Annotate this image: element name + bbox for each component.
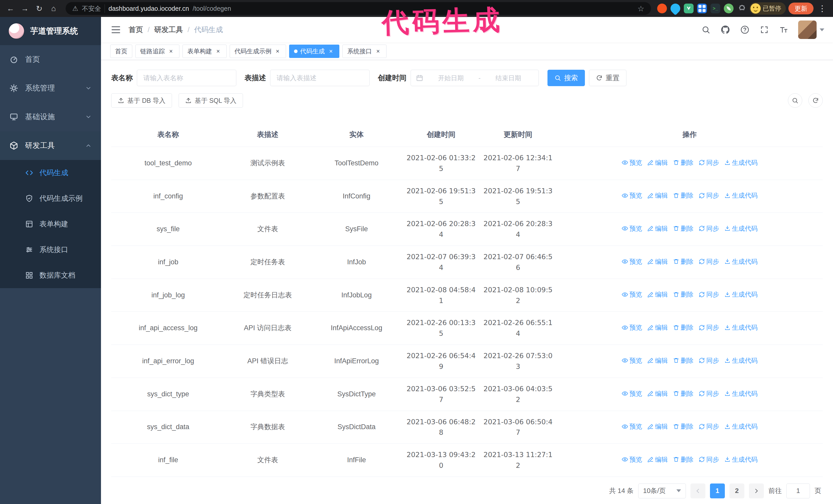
page-size-select[interactable]: 10条/页: [638, 483, 686, 498]
page-button-2[interactable]: 2: [730, 483, 744, 498]
font-size-icon[interactable]: [779, 25, 789, 35]
sync-link[interactable]: 同步: [699, 322, 719, 333]
preview-link[interactable]: 预览: [622, 389, 642, 399]
import-sql-button[interactable]: 基于 SQL 导入: [178, 93, 243, 108]
date-range-picker[interactable]: 开始日期 - 结束日期: [411, 70, 539, 86]
sync-link[interactable]: 同步: [699, 356, 719, 365]
delete-link[interactable]: 删除: [673, 158, 694, 168]
preview-link[interactable]: 预览: [622, 223, 642, 234]
search-button[interactable]: 搜索: [547, 70, 585, 86]
close-icon[interactable]: ×: [274, 48, 281, 55]
delete-link[interactable]: 删除: [673, 455, 694, 464]
browser-menu-icon[interactable]: ⋮: [816, 4, 828, 13]
edit-link[interactable]: 编辑: [647, 289, 668, 299]
page-button-1[interactable]: 1: [710, 483, 725, 498]
delete-link[interactable]: 删除: [673, 422, 694, 431]
close-icon[interactable]: ×: [327, 48, 334, 55]
prev-page-button[interactable]: [690, 483, 705, 498]
search-icon[interactable]: [701, 25, 711, 35]
preview-link[interactable]: 预览: [622, 257, 642, 267]
preview-link[interactable]: 预览: [622, 190, 642, 200]
sidebar-item-codegen-example[interactable]: 代码生成示例: [0, 186, 101, 211]
generate-code-link[interactable]: 生成代码: [724, 223, 758, 234]
generate-code-link[interactable]: 生成代码: [724, 190, 758, 200]
edit-link[interactable]: 编辑: [647, 455, 668, 464]
github-icon[interactable]: [720, 25, 731, 35]
tag-home[interactable]: 首页: [110, 45, 132, 58]
edit-link[interactable]: 编辑: [647, 389, 668, 399]
generate-code-link[interactable]: 生成代码: [724, 322, 758, 333]
breadcrumb-home[interactable]: 首页: [129, 25, 143, 34]
edit-link[interactable]: 编辑: [647, 190, 668, 200]
edit-link[interactable]: 编辑: [647, 158, 668, 168]
help-icon[interactable]: [740, 25, 750, 35]
preview-link[interactable]: 预览: [622, 322, 642, 333]
import-db-button[interactable]: 基于 DB 导入: [111, 93, 172, 108]
table-name-input[interactable]: [137, 70, 236, 86]
edit-link[interactable]: 编辑: [647, 223, 668, 234]
address-bar[interactable]: ⚠ 不安全 dashboard.yudao.iocoder.cn /tool/c…: [66, 2, 651, 15]
terminal-extension-icon[interactable]: >_: [711, 4, 720, 13]
close-icon[interactable]: ×: [215, 48, 222, 55]
sync-link[interactable]: 同步: [699, 389, 719, 399]
edit-link[interactable]: 编辑: [647, 257, 668, 267]
puzzle-extensions-icon[interactable]: [737, 4, 747, 13]
reload-icon[interactable]: ↻: [33, 3, 45, 14]
breadcrumb-devtools[interactable]: 研发工具: [154, 25, 183, 34]
back-arrow-icon[interactable]: ←: [5, 3, 17, 14]
edit-link[interactable]: 编辑: [647, 422, 668, 431]
sidebar-item-infra[interactable]: 基础设施: [0, 102, 101, 131]
goto-page-input[interactable]: [786, 483, 810, 498]
preview-link[interactable]: 预览: [622, 356, 642, 365]
edit-link[interactable]: 编辑: [647, 322, 668, 333]
preview-link[interactable]: 预览: [622, 422, 642, 431]
reset-button[interactable]: 重置: [589, 70, 626, 86]
generate-code-link[interactable]: 生成代码: [724, 455, 758, 464]
generate-code-link[interactable]: 生成代码: [724, 257, 758, 267]
sidebar-item-db-doc[interactable]: 数据库文档: [0, 263, 101, 288]
sync-link[interactable]: 同步: [699, 289, 719, 299]
delete-link[interactable]: 删除: [673, 289, 694, 299]
home-icon[interactable]: ⌂: [48, 3, 60, 14]
sidebar-item-system[interactable]: 系统管理: [0, 74, 101, 102]
drop-extension-icon[interactable]: [668, 2, 682, 16]
preview-link[interactable]: 预览: [622, 455, 642, 464]
sync-link[interactable]: 同步: [699, 257, 719, 267]
delete-link[interactable]: 删除: [673, 223, 694, 234]
sync-link[interactable]: 同步: [699, 158, 719, 168]
delete-link[interactable]: 删除: [673, 322, 694, 333]
table-desc-input[interactable]: [270, 70, 370, 86]
generate-code-link[interactable]: 生成代码: [724, 389, 758, 399]
profile-chip[interactable]: 已暂停: [749, 2, 786, 15]
browser-update-button[interactable]: 更新: [788, 3, 813, 14]
close-icon[interactable]: ×: [375, 48, 382, 55]
fullscreen-icon[interactable]: [759, 25, 769, 35]
generate-code-link[interactable]: 生成代码: [724, 158, 758, 168]
sidebar-item-home[interactable]: 首页: [0, 45, 101, 74]
refresh-table-button[interactable]: [808, 93, 823, 108]
tag-codegen[interactable]: 代码生成 ×: [289, 45, 339, 58]
tag-system-api[interactable]: 系统接口 ×: [342, 45, 386, 58]
sync-link[interactable]: 同步: [699, 190, 719, 200]
tag-codegen-example[interactable]: 代码生成示例 ×: [230, 45, 286, 58]
tag-tracing[interactable]: 链路追踪 ×: [135, 45, 180, 58]
close-icon[interactable]: ×: [167, 48, 174, 55]
preview-link[interactable]: 预览: [622, 158, 642, 168]
toggle-search-button[interactable]: [788, 93, 802, 108]
forward-arrow-icon[interactable]: →: [19, 3, 31, 14]
edit-link[interactable]: 编辑: [647, 356, 668, 365]
sync-link[interactable]: 同步: [699, 455, 719, 464]
hamburger-icon[interactable]: [110, 24, 122, 36]
generate-code-link[interactable]: 生成代码: [724, 289, 758, 299]
sidebar-item-form-builder[interactable]: 表单构建: [0, 211, 101, 237]
generate-code-link[interactable]: 生成代码: [724, 356, 758, 365]
sync-link[interactable]: 同步: [699, 223, 719, 234]
bookmark-star-icon[interactable]: ☆: [638, 4, 644, 13]
sidebar-item-system-api[interactable]: 系统接口: [0, 237, 101, 263]
delete-link[interactable]: 删除: [673, 190, 694, 200]
tag-form-builder[interactable]: 表单构建 ×: [183, 45, 227, 58]
preview-link[interactable]: 预览: [622, 289, 642, 299]
logo[interactable]: 芋道管理系统: [0, 17, 101, 45]
sync-link[interactable]: 同步: [699, 422, 719, 431]
delete-link[interactable]: 删除: [673, 257, 694, 267]
